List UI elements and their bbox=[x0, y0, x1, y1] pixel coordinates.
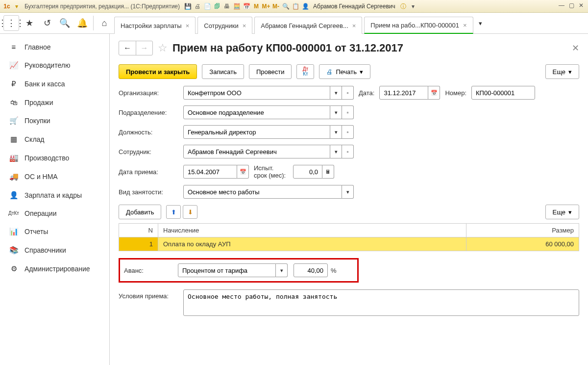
minimize-button[interactable]: — bbox=[557, 2, 566, 11]
add-row-button[interactable]: Добавить bbox=[119, 205, 161, 219]
sidebar-item-10[interactable]: 📊Отчеты bbox=[0, 222, 109, 241]
advance-type-input[interactable] bbox=[178, 263, 276, 277]
org-dropdown-button[interactable]: ▾ bbox=[330, 86, 342, 100]
info-icon[interactable]: ⓘ bbox=[399, 2, 408, 11]
table-more-button[interactable]: Еще ▾ bbox=[545, 205, 579, 219]
clipboard-icon[interactable]: 📋 bbox=[291, 2, 300, 11]
col-n-header: N bbox=[119, 224, 158, 237]
more-button[interactable]: Еще ▾ bbox=[545, 64, 579, 79]
user-icon: 👤 bbox=[301, 2, 310, 11]
sidebar-item-5[interactable]: ▦Склад bbox=[0, 130, 109, 149]
print2-icon[interactable]: 🖶 bbox=[222, 2, 231, 11]
sidebar-item-2[interactable]: ₽Банк и касса bbox=[0, 75, 109, 93]
conditions-input[interactable] bbox=[183, 289, 579, 316]
move-up-button[interactable]: ⬆ bbox=[166, 205, 181, 219]
sidebar-item-3[interactable]: 🛍Продажи bbox=[0, 93, 109, 111]
notifications-icon[interactable]: 🔔 bbox=[74, 13, 91, 33]
nav-forward-button[interactable]: → bbox=[136, 41, 152, 55]
info-chevron-icon[interactable]: ▾ bbox=[409, 2, 417, 11]
nav-icon: ДтКт bbox=[8, 211, 20, 216]
advance-type-dropdown-button[interactable]: ▾ bbox=[276, 263, 288, 277]
nav-back-button[interactable]: ← bbox=[119, 41, 136, 55]
doc-icon[interactable]: 📄 bbox=[203, 2, 212, 11]
tab-bar: ⋮⋮⋮ ★ ↺ 🔍 🔔 ⌂ Настройки зарплаты×Сотрудн… bbox=[0, 13, 588, 34]
calc-icon[interactable]: 🧮 bbox=[232, 2, 241, 11]
table-row[interactable]: 1Оплата по окладу АУП60 000,00 bbox=[119, 237, 579, 251]
sidebar-item-7[interactable]: 🚚ОС и НМА bbox=[0, 167, 109, 186]
zoom-icon[interactable]: 🔍 bbox=[281, 2, 290, 11]
nav-arrows: ← → bbox=[119, 41, 153, 55]
hire-date-input[interactable] bbox=[183, 165, 237, 179]
compare-icon[interactable]: 🗐 bbox=[213, 2, 221, 11]
nav-label: Отчеты bbox=[24, 228, 48, 235]
dept-dropdown-button[interactable]: ▾ bbox=[330, 105, 342, 119]
sidebar-item-1[interactable]: 📈Руководителю bbox=[0, 56, 109, 75]
history-icon[interactable]: ↺ bbox=[38, 13, 56, 33]
m-icon[interactable]: M bbox=[252, 2, 261, 11]
sidebar-item-8[interactable]: 👤Зарплата и кадры bbox=[0, 186, 109, 205]
number-input[interactable] bbox=[471, 86, 535, 100]
position-dropdown-button[interactable]: ▾ bbox=[330, 125, 342, 139]
hire-date-picker-button[interactable]: 📅 bbox=[237, 165, 249, 179]
save-icon[interactable]: 💾 bbox=[183, 2, 192, 11]
org-open-button[interactable]: ▫ bbox=[342, 86, 354, 100]
employee-dropdown-button[interactable]: ▾ bbox=[330, 145, 342, 158]
tab-2[interactable]: Абрамов Геннадий Сергеев...× bbox=[254, 17, 362, 34]
position-input[interactable] bbox=[183, 125, 330, 139]
sidebar-item-12[interactable]: ⚙Администрирование bbox=[0, 260, 109, 278]
tab-0[interactable]: Настройки зарплаты× bbox=[114, 17, 196, 34]
nav-icon: ≡ bbox=[8, 43, 20, 51]
move-down-button[interactable]: ⬇ bbox=[183, 205, 197, 219]
app-logo-icon: 1c bbox=[2, 3, 12, 10]
sidebar-item-4[interactable]: 🛒Покупки bbox=[0, 111, 109, 130]
date-input[interactable] bbox=[379, 86, 428, 100]
sidebar-item-9[interactable]: ДтКтОперации bbox=[0, 205, 109, 222]
print-icon[interactable]: 🖨 bbox=[193, 2, 202, 11]
favorite-star-icon[interactable]: ☆ bbox=[158, 42, 168, 54]
emptype-input[interactable] bbox=[183, 185, 342, 199]
dept-input[interactable] bbox=[183, 105, 330, 119]
tab-close-icon[interactable]: × bbox=[352, 22, 356, 29]
maximize-button[interactable]: ▢ bbox=[566, 2, 576, 11]
org-input[interactable] bbox=[183, 86, 330, 100]
date-picker-button[interactable]: 📅 bbox=[428, 86, 440, 100]
close-button[interactable]: ✕ bbox=[576, 2, 586, 11]
calendar-icon[interactable]: 📅 bbox=[242, 2, 251, 11]
m-plus-icon[interactable]: M+ bbox=[262, 2, 270, 11]
employee-open-button[interactable]: ▫ bbox=[342, 145, 354, 158]
sidebar-item-11[interactable]: 📚Справочники bbox=[0, 241, 109, 260]
emptype-label: Вид занятости: bbox=[119, 188, 183, 196]
tab-close-icon[interactable]: × bbox=[186, 22, 190, 29]
dtkt-button[interactable]: ДтКт bbox=[296, 64, 314, 79]
nav-label: Операции bbox=[24, 209, 57, 217]
save-button[interactable]: Записать bbox=[202, 64, 244, 79]
advance-value-input[interactable] bbox=[294, 263, 328, 277]
page-close-button[interactable]: ✕ bbox=[572, 43, 579, 53]
employee-input[interactable] bbox=[183, 145, 330, 158]
tabs-overflow[interactable]: ▾ bbox=[474, 13, 487, 33]
tab-close-icon[interactable]: × bbox=[243, 22, 246, 29]
tab-close-icon[interactable]: × bbox=[463, 22, 467, 29]
position-open-button[interactable]: ▫ bbox=[342, 125, 354, 139]
dept-open-button[interactable]: ▫ bbox=[342, 105, 354, 119]
tab-1[interactable]: Сотрудники× bbox=[197, 17, 252, 34]
search-icon[interactable]: 🔍 bbox=[56, 13, 74, 33]
number-label: Номер: bbox=[440, 89, 471, 97]
print-button[interactable]: 🖨 Печать ▾ bbox=[319, 64, 370, 79]
home-icon[interactable]: ⌂ bbox=[96, 13, 113, 33]
apps-icon[interactable]: ⋮⋮⋮ bbox=[3, 15, 19, 31]
trial-calc-button[interactable]: 🖩 bbox=[322, 165, 334, 179]
emptype-dropdown-button[interactable]: ▾ bbox=[342, 185, 354, 199]
sidebar-item-0[interactable]: ≡Главное bbox=[0, 38, 109, 56]
sidebar-item-6[interactable]: 🏭Производство bbox=[0, 149, 109, 167]
favorite-icon[interactable]: ★ bbox=[21, 13, 38, 33]
trial-input[interactable] bbox=[293, 165, 322, 179]
post-close-button[interactable]: Провести и закрыть bbox=[119, 64, 197, 79]
m-minus-icon[interactable]: M- bbox=[271, 2, 280, 11]
navigation-sidebar: ≡Главное📈Руководителю₽Банк и касса🛍Прода… bbox=[0, 34, 110, 365]
post-button[interactable]: Провести bbox=[249, 64, 292, 79]
dropdown-icon[interactable]: ▾ bbox=[12, 3, 22, 10]
cell-size: 60 000,00 bbox=[466, 237, 579, 251]
chevron-down-icon: ▾ bbox=[568, 209, 572, 216]
tab-3[interactable]: Прием на рабо...КП00-000001× bbox=[364, 17, 473, 34]
